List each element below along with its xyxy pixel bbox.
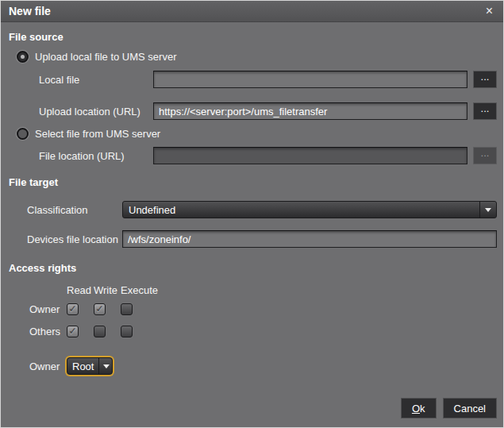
upload-location-label: Upload location (URL) (39, 106, 153, 118)
owner-execute-checkbox[interactable]: ✓ (121, 303, 133, 315)
local-file-input[interactable] (153, 71, 467, 88)
chevron-down-icon[interactable] (479, 202, 496, 218)
owner-row-label: Owner (29, 303, 67, 315)
others-write-checkbox[interactable]: ✓ (94, 326, 106, 337)
radio-row-select-server: Select file from UMS server (17, 127, 497, 140)
chevron-down-icon[interactable] (98, 358, 113, 374)
owner-write-checkbox[interactable]: ✓ (94, 303, 106, 315)
radio-select-server[interactable] (17, 128, 29, 140)
column-header-read: Read (67, 284, 94, 295)
dialog-body: File source Upload local file to UMS ser… (1, 22, 503, 427)
column-header-write: Write (94, 284, 121, 295)
field-row-file-location: File location (URL) ... (7, 147, 497, 164)
access-rights-headers: Read Write Execute (7, 284, 497, 295)
others-row-label: Others (29, 326, 67, 337)
local-file-label: Local file (39, 74, 153, 86)
section-access-rights: Access rights (9, 263, 497, 274)
classification-value: Undefined (123, 204, 479, 216)
radio-dot (21, 55, 25, 59)
new-file-dialog: New file × File source Upload local file… (0, 0, 504, 428)
section-file-target: File target (9, 177, 497, 188)
radio-row-upload-local: Upload local file to UMS server (17, 50, 497, 63)
radio-select-server-label: Select file from UMS server (35, 128, 160, 140)
upload-location-browse-button[interactable]: ... (473, 102, 497, 120)
devices-location-label: Devices file location (27, 233, 122, 245)
classification-label: Classification (27, 204, 122, 216)
check-icon: ✓ (95, 304, 103, 314)
column-header-execute: Execute (121, 284, 159, 295)
access-row-others: Others ✓ ✓ ✓ (7, 325, 497, 337)
file-location-browse-button: ... (473, 147, 497, 164)
radio-upload-local-label: Upload local file to UMS server (35, 51, 176, 63)
owner-select[interactable]: Root (67, 357, 113, 375)
field-row-upload-location: Upload location (URL) ... (7, 102, 497, 120)
local-file-browse-button[interactable]: ... (473, 71, 497, 88)
others-execute-checkbox[interactable]: ✓ (121, 326, 133, 337)
dialog-footer: Ok Cancel (401, 398, 497, 418)
upload-location-input[interactable] (153, 102, 467, 120)
access-row-owner: Owner ✓ ✓ ✓ (7, 303, 497, 315)
check-icon: ✓ (68, 326, 76, 336)
file-location-label: File location (URL) (39, 150, 153, 162)
field-row-devices-location: Devices file location (7, 230, 497, 248)
owner-select-row: Owner Root (7, 357, 497, 376)
cancel-button[interactable]: Cancel (443, 398, 497, 418)
owner-read-checkbox[interactable]: ✓ (67, 303, 79, 315)
section-file-source: File source (9, 32, 497, 43)
classification-select[interactable]: Undefined (122, 201, 497, 218)
check-icon: ✓ (68, 304, 76, 314)
owner-select-value: Root (67, 361, 98, 372)
field-row-classification: Classification Undefined (7, 201, 497, 218)
radio-upload-local[interactable] (17, 51, 29, 63)
file-location-input (153, 147, 467, 164)
ok-button[interactable]: Ok (401, 398, 437, 418)
field-row-local-file: Local file ... (7, 71, 497, 88)
dialog-title: New file (9, 5, 483, 17)
devices-location-input[interactable] (122, 230, 497, 248)
others-read-checkbox[interactable]: ✓ (67, 326, 79, 337)
owner-select-label: Owner (29, 361, 67, 372)
dialog-titlebar: New file × (1, 1, 503, 22)
close-icon[interactable]: × (483, 5, 495, 17)
